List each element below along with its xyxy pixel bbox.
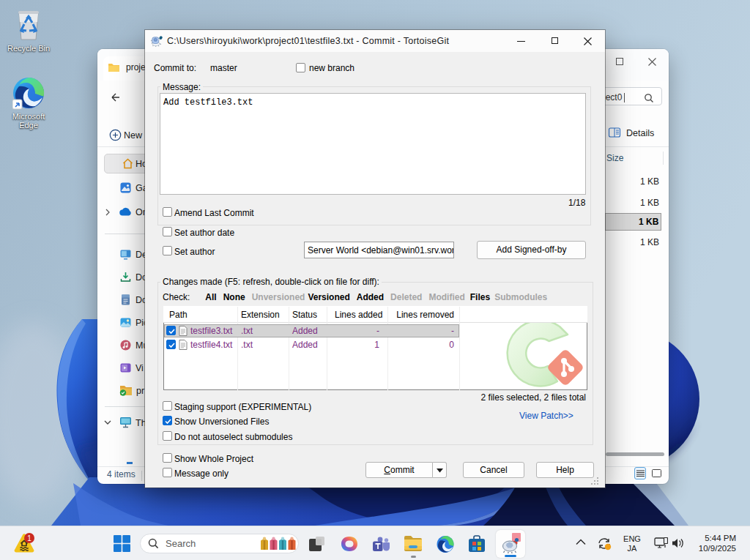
svg-text:1: 1 (27, 534, 31, 542)
